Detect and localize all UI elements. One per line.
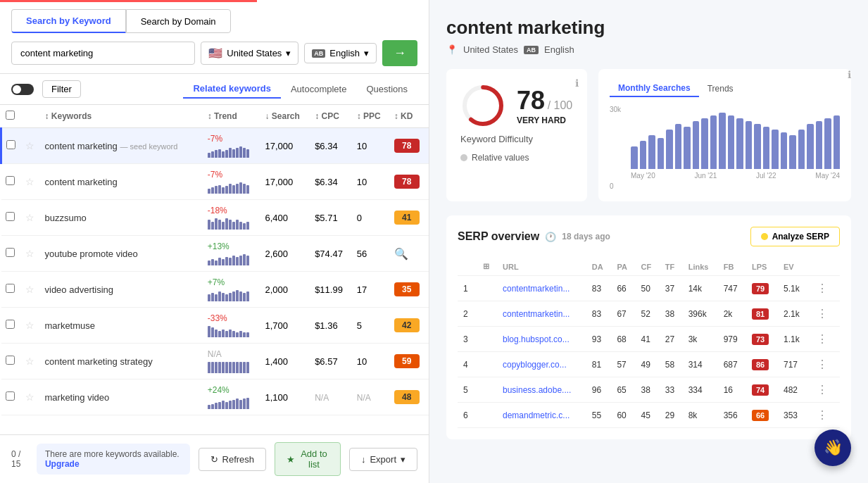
row-keyword-cell: marketmuse <box>41 308 203 344</box>
serp-more-icon[interactable]: ⋮ <box>814 332 831 346</box>
star-icon[interactable]: ☆ <box>25 248 34 259</box>
row-star-cell[interactable]: ☆ <box>21 380 41 415</box>
serp-url-link[interactable]: copyblogger.co... <box>503 360 567 370</box>
serp-more-icon[interactable]: ⋮ <box>814 281 831 296</box>
serp-more-icon[interactable]: ⋮ <box>814 357 831 372</box>
tab-questions[interactable]: Questions <box>356 80 417 99</box>
refresh-button[interactable]: ↻ Refresh <box>199 448 267 471</box>
serp-more-cell[interactable]: ⋮ <box>808 276 840 301</box>
serp-url-cell[interactable]: contentmarketin... <box>497 276 586 301</box>
serp-more-cell[interactable]: ⋮ <box>808 327 840 352</box>
star-icon[interactable]: ☆ <box>25 284 34 295</box>
serp-url-link[interactable]: contentmarketin... <box>503 309 570 319</box>
col-trend-header[interactable]: ↕ Trend <box>203 105 261 128</box>
row-checkbox-cell[interactable] <box>1 236 21 272</box>
row-ppc-cell: 5 <box>353 308 390 344</box>
col-checkbox-header[interactable] <box>1 105 21 128</box>
star-icon[interactable]: ☆ <box>25 320 34 331</box>
col-kd-header[interactable]: ↕ KD <box>390 105 429 128</box>
serp-more-icon[interactable]: ⋮ <box>814 306 831 321</box>
tab-search-keyword[interactable]: Search by Keyword <box>11 9 126 33</box>
export-button[interactable]: ↓ Export ▾ <box>349 448 417 471</box>
serp-url-cell[interactable]: business.adobe.... <box>497 377 586 403</box>
row-star-cell[interactable]: ☆ <box>21 308 41 344</box>
serp-more-cell[interactable]: ⋮ <box>808 301 840 327</box>
tab-search-domain[interactable]: Search by Domain <box>126 9 231 33</box>
serp-links: 396k <box>683 301 718 327</box>
trend-bar <box>239 222 242 230</box>
row-checkbox[interactable] <box>6 176 15 185</box>
tab-trends[interactable]: Trends <box>699 80 742 97</box>
row-checkbox[interactable] <box>6 391 15 401</box>
chart-bar <box>719 113 726 169</box>
row-kd-cell: 🔍 <box>390 236 429 272</box>
tab-monthly-searches[interactable]: Monthly Searches <box>610 80 699 97</box>
row-checkbox-cell[interactable] <box>1 344 21 380</box>
upgrade-link[interactable]: Upgrade <box>45 459 80 469</box>
add-to-list-button[interactable]: ★ Add to list <box>275 442 341 476</box>
serp-url-link[interactable]: blog.hubspot.co... <box>503 334 570 344</box>
serp-tf: 33 <box>660 377 683 403</box>
serp-url-cell[interactable]: contentmarketin... <box>497 301 586 327</box>
tab-related-keywords[interactable]: Related keywords <box>183 80 281 99</box>
row-star-cell[interactable]: ☆ <box>21 200 41 236</box>
serp-col-lps: LPS <box>746 258 778 276</box>
serp-url-link[interactable]: business.adobe.... <box>503 385 571 395</box>
lang-label: English <box>329 48 360 58</box>
serp-more-icon[interactable]: ⋮ <box>814 382 831 397</box>
row-trend-cell: -7% <box>203 164 261 200</box>
row-star-cell[interactable]: ☆ <box>21 272 41 308</box>
serp-url-cell[interactable]: demandmetric.c... <box>497 403 586 428</box>
search-input[interactable] <box>11 42 195 65</box>
serp-more-icon[interactable]: ⋮ <box>814 408 831 422</box>
row-checkbox-cell[interactable] <box>1 272 21 308</box>
row-checkbox[interactable] <box>6 284 15 293</box>
row-checkbox[interactable] <box>6 212 15 221</box>
serp-url-cell[interactable]: copyblogger.co... <box>497 352 586 377</box>
language-select[interactable]: AB English ▾ <box>304 43 377 63</box>
go-button[interactable]: → <box>382 40 417 66</box>
row-checkbox-cell[interactable] <box>1 164 21 200</box>
row-checkbox[interactable] <box>6 248 15 257</box>
star-icon[interactable]: ☆ <box>25 356 34 367</box>
row-checkbox[interactable] <box>6 140 15 149</box>
trend-bar <box>218 362 221 373</box>
col-search-header[interactable]: ↓ Search <box>261 105 311 128</box>
row-checkbox[interactable] <box>6 356 15 365</box>
serp-col-fb: FB <box>718 258 746 276</box>
country-select[interactable]: 🇺🇸 United States ▾ <box>201 42 298 65</box>
serp-url-link[interactable]: contentmarketin... <box>503 284 570 294</box>
row-checkbox-cell[interactable] <box>1 200 21 236</box>
chart-info-icon[interactable]: ℹ <box>848 69 851 80</box>
serp-col-ev: EV <box>778 258 808 276</box>
select-all-checkbox[interactable] <box>6 111 15 120</box>
analyze-serp-button[interactable]: Analyze SERP <box>750 227 840 246</box>
star-icon[interactable]: ☆ <box>25 176 34 187</box>
row-checkbox[interactable] <box>6 320 15 329</box>
serp-url-cell[interactable]: blog.hubspot.co... <box>497 327 586 352</box>
star-icon[interactable]: ☆ <box>25 391 34 403</box>
row-star-cell[interactable]: ☆ <box>21 236 41 272</box>
row-star-cell[interactable]: ☆ <box>21 128 41 164</box>
filter-button[interactable]: Filter <box>42 80 81 98</box>
serp-url-link[interactable]: demandmetric.c... <box>503 410 570 420</box>
kd-info-icon[interactable]: ℹ <box>575 77 579 89</box>
row-checkbox-cell[interactable] <box>1 380 21 415</box>
star-icon[interactable]: ☆ <box>25 212 34 223</box>
more-info-box: There are more keywords available. Upgra… <box>37 444 190 475</box>
col-ppc-header[interactable]: ↕ PPC <box>353 105 390 128</box>
star-icon[interactable]: ☆ <box>25 140 34 151</box>
serp-more-cell[interactable]: ⋮ <box>808 403 840 428</box>
row-star-cell[interactable]: ☆ <box>21 344 41 380</box>
row-star-cell[interactable]: ☆ <box>21 164 41 200</box>
trend-value: -18% <box>208 206 257 215</box>
fab-button[interactable]: 👋 <box>814 429 851 466</box>
filter-toggle[interactable] <box>11 84 34 95</box>
serp-more-cell[interactable]: ⋮ <box>808 377 840 403</box>
tab-autocomplete[interactable]: Autocomplete <box>281 80 357 99</box>
row-checkbox-cell[interactable] <box>1 128 21 164</box>
serp-more-cell[interactable]: ⋮ <box>808 352 840 377</box>
col-cpc-header[interactable]: ↕ CPC <box>310 105 353 128</box>
col-keywords-header[interactable]: ↕ Keywords <box>41 105 203 128</box>
row-checkbox-cell[interactable] <box>1 308 21 344</box>
